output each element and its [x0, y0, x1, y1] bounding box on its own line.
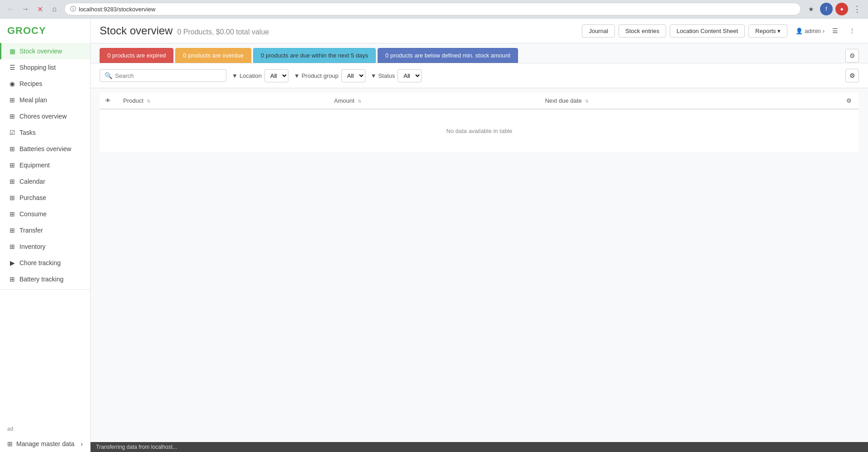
sidebar-item-label: Transfer [19, 227, 43, 234]
forward-button[interactable]: → [19, 3, 32, 15]
sidebar-item-tasks[interactable]: ☑ Tasks [0, 124, 90, 141]
equipment-icon: ⊞ [9, 162, 16, 169]
sidebar-item-calendar[interactable]: ⊞ Calendar [0, 173, 90, 190]
app-logo[interactable]: GROCY [0, 19, 90, 43]
reports-button[interactable]: Reports ▾ [748, 24, 787, 38]
column-visibility-icon[interactable]: ⚙ [845, 69, 859, 82]
batteries-icon: ⊞ [9, 145, 16, 152]
username: admin [805, 28, 820, 34]
sidebar-item-label: Equipment [19, 162, 50, 169]
extension-icon[interactable]: ● [835, 3, 848, 15]
sidebar-item-purchase[interactable]: ⊞ Purchase [0, 190, 90, 206]
logo-text: GROCY [7, 25, 46, 36]
sidebar-item-recipes[interactable]: ◉ Recipes [0, 76, 90, 92]
col-amount-header[interactable]: Amount ⇅ [329, 93, 540, 109]
sidebar-item-label: Recipes [19, 80, 43, 87]
stock-overview-icon: ▦ [9, 48, 16, 55]
col-product-header[interactable]: Product ⇅ [118, 93, 329, 109]
sidebar-item-label: Stock overview [19, 48, 62, 55]
purchase-icon: ⊞ [9, 194, 16, 201]
col-next-due-date-header[interactable]: Next due date ⇅ [540, 93, 841, 109]
app-container: GROCY ▦ Stock overview ☰ Shopping list ◉… [0, 19, 868, 452]
sort-icon: ⇅ [585, 99, 589, 104]
stock-entries-button[interactable]: Stock entries [619, 24, 666, 38]
filter-icon: ▼ [232, 72, 238, 79]
user-menu[interactable]: 👤 admin › [796, 28, 825, 34]
location-content-sheet-button[interactable]: Location Content Sheet [670, 24, 745, 38]
address-bar[interactable]: ⓘ localhost:9283/stockoverview [64, 3, 801, 15]
sidebar-item-label: Tasks [19, 129, 36, 136]
search-input[interactable] [115, 72, 221, 79]
eye-icon: 👁 [105, 97, 111, 104]
sidebar-item-label: Battery tracking [19, 276, 63, 283]
home-button[interactable]: ⌂ [48, 3, 61, 15]
manage-master-data-icon: ⊞ [7, 440, 13, 447]
sidebar-divider [0, 289, 90, 290]
journal-button[interactable]: Journal [582, 24, 615, 38]
location-filter-select[interactable]: All [264, 69, 288, 82]
sidebar-item-manage-master-data[interactable]: ⊞ Manage master data › [0, 436, 90, 452]
browser-icon[interactable]: ⋮ [851, 3, 863, 15]
column-settings-icon[interactable]: ⚙ [846, 97, 852, 104]
battery-tracking-icon: ⊞ [9, 276, 16, 283]
sidebar-item-label: Chores overview [19, 113, 67, 120]
sidebar-item-label: Consume [19, 210, 47, 218]
top-bar: Stock overview 0 Products, $0.00 total v… [91, 19, 868, 43]
page-title-area: Stock overview 0 Products, $0.00 total v… [100, 24, 269, 37]
status-filter: ▼ Status All [371, 69, 422, 82]
url-display: localhost:9283/stockoverview [79, 6, 155, 13]
sidebar-item-battery-tracking[interactable]: ⊞ Battery tracking [0, 271, 90, 287]
status-filter-select[interactable]: All [398, 69, 422, 82]
status-filter-icon: ▼ [371, 72, 377, 79]
filter-tab-due-soon[interactable]: 0 products are due within the next 5 day… [253, 48, 376, 63]
sidebar-item-equipment[interactable]: ⊞ Equipment [0, 157, 90, 173]
sidebar-item-label: Purchase [19, 194, 46, 201]
sidebar-item-consume[interactable]: ⊞ Consume [0, 206, 90, 222]
main-content: Stock overview 0 Products, $0.00 total v… [91, 19, 868, 452]
sidebar-item-shopping-list[interactable]: ☰ Shopping list [0, 59, 90, 76]
empty-message: No data available in table [100, 109, 859, 153]
search-box[interactable]: 🔍 [100, 69, 226, 82]
sidebar-item-label: Inventory [19, 243, 46, 250]
status-label: Status [378, 72, 395, 79]
sidebar-item-label: Chore tracking [19, 259, 61, 266]
sidebar-item-batteries-overview[interactable]: ⊞ Batteries overview [0, 141, 90, 157]
reload-button[interactable]: ✕ [34, 3, 46, 15]
stock-table: 👁 Product ⇅ Amount ⇅ Next due date ⇅ [100, 93, 859, 153]
sidebar-item-transfer[interactable]: ⊞ Transfer [0, 222, 90, 238]
shopping-list-icon: ☰ [9, 64, 16, 71]
transfer-icon: ⊞ [9, 227, 16, 234]
profile-icon[interactable]: f [820, 3, 833, 15]
browser-chrome: ← → ✕ ⌂ ⓘ localhost:9283/stockoverview ★… [0, 0, 868, 19]
sort-icon: ⇅ [147, 99, 150, 104]
chore-tracking-icon: ▶ [9, 259, 16, 266]
sidebar-item-inventory[interactable]: ⊞ Inventory [0, 238, 90, 255]
sidebar-ad: ad [0, 422, 90, 436]
sidebar-item-meal-plan[interactable]: ⊞ Meal plan [0, 92, 90, 108]
empty-row: No data available in table [100, 109, 859, 153]
product-group-label: Product group [302, 72, 339, 79]
search-icon: 🔍 [105, 72, 112, 79]
sidebar-item-chores-overview[interactable]: ⊞ Chores overview [0, 108, 90, 124]
more-options-icon[interactable]: ⋮ [845, 24, 859, 38]
tasks-icon: ☑ [9, 129, 16, 136]
filter-tab-expired[interactable]: 0 products are expired [100, 48, 173, 63]
sidebar-item-label: Calendar [19, 178, 45, 185]
back-button[interactable]: ← [5, 3, 17, 15]
filter-tabs: 0 products are expired 0 products are ov… [91, 43, 868, 63]
sidebar-item-label: Meal plan [19, 96, 47, 104]
inventory-icon: ⊞ [9, 243, 16, 250]
sort-icon: ⇅ [358, 99, 361, 104]
sidebar-item-chore-tracking[interactable]: ▶ Chore tracking [0, 255, 90, 271]
calendar-icon: ⊞ [9, 178, 16, 185]
browser-nav-buttons: ← → ✕ ⌂ [5, 3, 61, 15]
meal-plan-icon: ⊞ [9, 96, 16, 104]
bookmark-icon[interactable]: ★ [805, 3, 817, 15]
sidebar-item-stock-overview[interactable]: ▦ Stock overview [0, 43, 90, 59]
table-settings-icon[interactable]: ⚙ [845, 49, 859, 62]
product-group-filter-select[interactable]: All [341, 69, 365, 82]
user-icon: 👤 [796, 28, 803, 34]
filter-tab-min-stock[interactable]: 0 products are below defined min. stock … [378, 48, 518, 63]
settings-icon[interactable]: ☰ [828, 24, 842, 38]
filter-tab-overdue[interactable]: 0 products are overdue [175, 48, 251, 63]
